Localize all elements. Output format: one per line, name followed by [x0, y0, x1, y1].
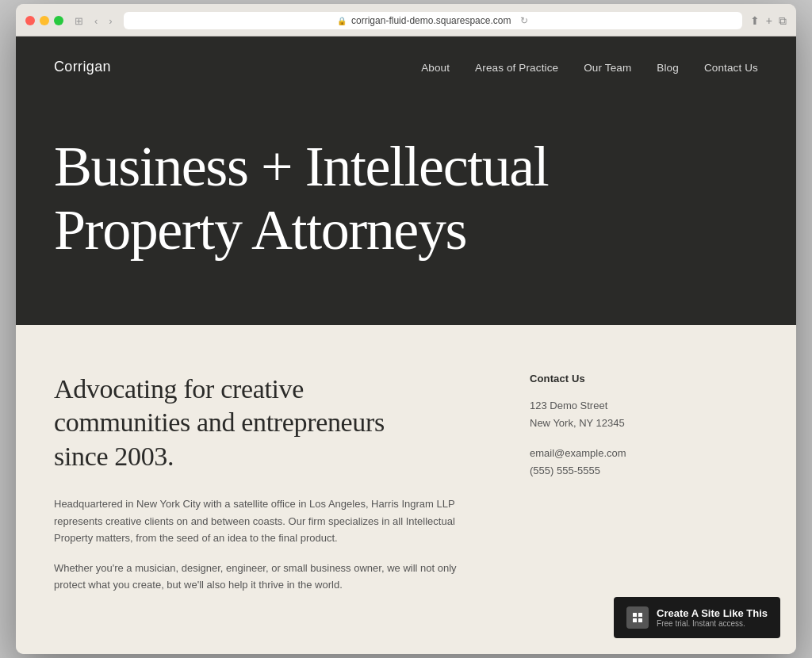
share-icon[interactable]: ⬆ — [750, 14, 760, 27]
minimize-button[interactable] — [40, 16, 49, 25]
svg-rect-0 — [633, 613, 637, 617]
contact-address: 123 Demo Street New York, NY 12345 — [530, 397, 704, 432]
url-text: corrigan-fluid-demo.squarespace.com — [351, 15, 511, 26]
address-line1: 123 Demo Street — [530, 397, 704, 415]
nav-our-team[interactable]: Our Team — [584, 62, 631, 74]
back-button[interactable]: ‹ — [91, 13, 101, 29]
content-body-2: Whether you're a musician, designer, eng… — [54, 560, 466, 594]
duplicate-tab-icon[interactable]: ⧉ — [779, 14, 787, 28]
nav-blog[interactable]: Blog — [657, 62, 679, 74]
hero-title-line1: Business + Intellectual — [54, 135, 548, 198]
hero-title: Business + Intellectual Property Attorne… — [54, 136, 657, 261]
svg-rect-1 — [638, 613, 642, 617]
contact-phone: (555) 555-5555 — [530, 462, 704, 480]
browser-controls: ⊞ ‹ › — [71, 13, 116, 29]
tagline-line3: since 2003. — [54, 442, 174, 471]
traffic-lights — [25, 16, 63, 25]
squarespace-icon — [626, 606, 649, 629]
content-tagline: Advocating for creative communities and … — [54, 373, 466, 474]
nav-links: About Areas of Practice Our Team Blog Co… — [421, 60, 758, 75]
add-tab-icon[interactable]: + — [766, 14, 772, 27]
nav-about[interactable]: About — [421, 62, 450, 74]
nav-contact-us[interactable]: Contact Us — [704, 62, 758, 74]
browser-actions: ⬆ + ⧉ — [750, 14, 787, 28]
contact-info: Contact Us 123 Demo Street New York, NY … — [530, 373, 704, 606]
cta-banner[interactable]: Create A Site Like This Free trial. Inst… — [614, 597, 780, 638]
content-body-1: Headquartered in New York City with a sa… — [54, 495, 466, 546]
cta-sub-text: Free trial. Instant access. — [657, 619, 768, 628]
lock-icon: 🔒 — [337, 17, 347, 25]
content-section: Advocating for creative communities and … — [16, 325, 796, 654]
content-left: Advocating for creative communities and … — [54, 373, 466, 606]
reload-icon[interactable]: ↻ — [520, 15, 528, 26]
tagline-line2: communities and entrepreneurs — [54, 407, 385, 437]
close-button[interactable] — [25, 16, 35, 25]
nav-areas-of-practice[interactable]: Areas of Practice — [475, 62, 558, 74]
address-bar[interactable]: 🔒 corrigan-fluid-demo.squarespace.com ↻ — [124, 12, 742, 29]
hero-section: Corrigan About Areas of Practice Our Tea… — [16, 36, 796, 324]
hero-content: Business + Intellectual Property Attorne… — [16, 98, 796, 324]
contact-email[interactable]: email@example.com — [530, 445, 704, 462]
cta-text-container: Create A Site Like This Free trial. Inst… — [657, 607, 768, 628]
tagline-line1: Advocating for creative — [54, 374, 304, 404]
forward-button[interactable]: › — [105, 13, 115, 29]
svg-rect-3 — [638, 618, 642, 622]
hero-title-line2: Property Attorneys — [54, 198, 466, 262]
cta-main-text: Create A Site Like This — [657, 607, 768, 619]
browser-chrome: ⊞ ‹ › 🔒 corrigan-fluid-demo.squarespace.… — [16, 4, 796, 36]
site-logo[interactable]: Corrigan — [54, 59, 111, 75]
maximize-button[interactable] — [54, 16, 63, 25]
contact-title: Contact Us — [530, 373, 704, 384]
svg-rect-2 — [633, 618, 637, 622]
browser-window: ⊞ ‹ › 🔒 corrigan-fluid-demo.squarespace.… — [16, 4, 796, 653]
address-line2: New York, NY 12345 — [530, 415, 704, 432]
website-content: Corrigan About Areas of Practice Our Tea… — [16, 36, 796, 653]
window-grid-icon[interactable]: ⊞ — [71, 13, 86, 29]
navigation: Corrigan About Areas of Practice Our Tea… — [16, 36, 796, 98]
